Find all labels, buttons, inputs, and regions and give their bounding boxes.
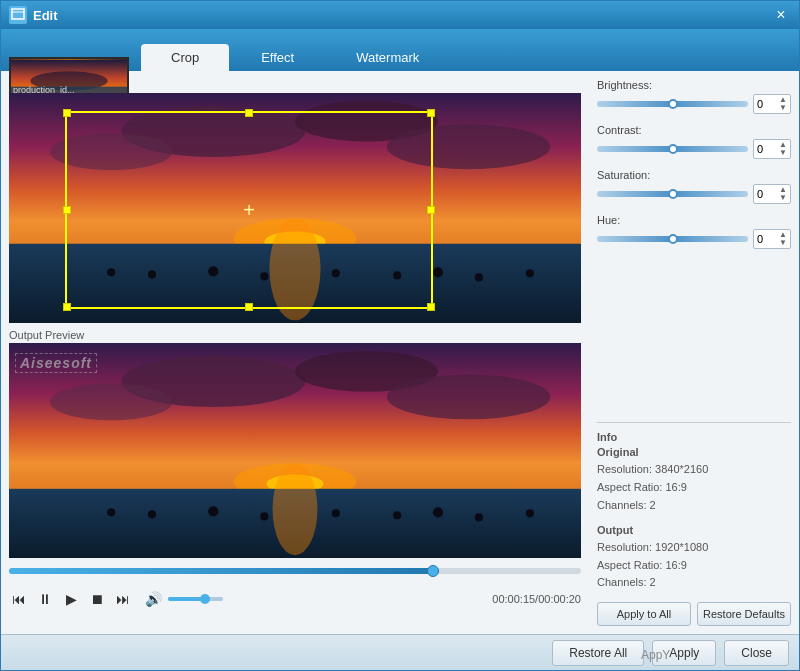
volume-fill: [168, 597, 201, 601]
crop-handle-bl[interactable]: [63, 303, 71, 311]
app-watermark: AppY: [641, 648, 670, 662]
svg-point-22: [475, 273, 483, 281]
svg-point-35: [208, 506, 218, 516]
saturation-down[interactable]: ▼: [779, 194, 787, 202]
playback-controls: ⏮ ⏸ ▶ ⏹ ⏭ 🔊 00:00:15/00:00:20: [9, 584, 581, 614]
contrast-control: Contrast: 0 ▲ ▼: [597, 124, 791, 159]
crop-handle-ml[interactable]: [63, 206, 71, 214]
output-aspect: Aspect Ratio: 16:9: [597, 557, 791, 575]
svg-point-32: [273, 463, 318, 555]
svg-point-37: [332, 509, 340, 517]
window-title: Edit: [33, 8, 58, 23]
crop-overlay[interactable]: +: [65, 111, 433, 309]
svg-point-34: [148, 510, 156, 518]
hue-slider-row: 0 ▲ ▼: [597, 229, 791, 249]
svg-point-39: [433, 507, 443, 517]
tab-crop[interactable]: Crop: [141, 44, 229, 71]
skip-back-button[interactable]: ⏮: [9, 589, 29, 609]
output-resolution: Resolution: 1920*1080: [597, 539, 791, 557]
saturation-arrows[interactable]: ▲ ▼: [779, 186, 787, 202]
brightness-thumb[interactable]: [668, 99, 678, 109]
output-channels: Channels: 2: [597, 574, 791, 592]
tab-watermark[interactable]: Watermark: [326, 44, 449, 71]
hue-down[interactable]: ▼: [779, 239, 787, 247]
window-icon: [9, 6, 27, 24]
original-preview-section: Original Preview: [9, 79, 581, 323]
hue-spinner[interactable]: 0 ▲ ▼: [753, 229, 791, 249]
info-section: Info Original Resolution: 3840*2160 Aspe…: [597, 422, 791, 626]
brightness-label: Brightness:: [597, 79, 791, 91]
thumbnail-image: production_id...: [11, 59, 127, 97]
original-preview-container: +: [9, 93, 581, 323]
original-resolution: Resolution: 3840*2160: [597, 461, 791, 479]
restore-all-button[interactable]: Restore All: [552, 640, 644, 666]
crop-handle-br[interactable]: [427, 303, 435, 311]
apply-to-all-button[interactable]: Apply to All: [597, 602, 691, 626]
saturation-spinner[interactable]: 0 ▲ ▼: [753, 184, 791, 204]
saturation-slider[interactable]: [597, 191, 748, 197]
output-info: Output Resolution: 1920*1080 Aspect Rati…: [597, 524, 791, 592]
saturation-control: Saturation: 0 ▲ ▼: [597, 169, 791, 204]
svg-point-40: [475, 513, 483, 521]
bottom-bar: AppY Restore All Apply Close: [1, 634, 799, 670]
close-button[interactable]: Close: [724, 640, 789, 666]
contrast-label: Contrast:: [597, 124, 791, 136]
svg-point-27: [50, 384, 173, 421]
contrast-arrows[interactable]: ▲ ▼: [779, 141, 787, 157]
crop-handle-bm[interactable]: [245, 303, 253, 311]
hue-slider[interactable]: [597, 236, 748, 242]
crop-handle-tm[interactable]: [245, 109, 253, 117]
info-actions: Apply to All Restore Defaults: [597, 602, 791, 626]
original-info: Original Resolution: 3840*2160 Aspect Ra…: [597, 446, 791, 514]
contrast-slider[interactable]: [597, 146, 748, 152]
title-bar-left: Edit: [9, 6, 58, 24]
original-aspect: Aspect Ratio: 16:9: [597, 479, 791, 497]
brightness-arrows[interactable]: ▲ ▼: [779, 96, 787, 112]
contrast-value: 0: [757, 143, 763, 155]
crop-crosshair: +: [243, 199, 255, 222]
brightness-spinner[interactable]: 0 ▲ ▼: [753, 94, 791, 114]
crop-handle-tr[interactable]: [427, 109, 435, 117]
saturation-value: 0: [757, 188, 763, 200]
brightness-control: Brightness: 0 ▲ ▼: [597, 79, 791, 114]
tab-effect[interactable]: Effect: [231, 44, 324, 71]
hue-arrows[interactable]: ▲ ▼: [779, 231, 787, 247]
output-preview-label: Output Preview: [9, 329, 581, 341]
contrast-slider-row: 0 ▲ ▼: [597, 139, 791, 159]
play-button[interactable]: ▶: [61, 589, 81, 609]
output-preview-container: Aiseesoft: [9, 343, 581, 558]
pause-button[interactable]: ⏸: [35, 589, 55, 609]
stop-button[interactable]: ⏹: [87, 589, 107, 609]
volume-icon: 🔊: [145, 591, 162, 607]
adjustment-controls: Brightness: 0 ▲ ▼: [597, 79, 791, 418]
original-info-title: Original: [597, 446, 791, 458]
watermark-overlay: Aiseesoft: [15, 353, 97, 373]
svg-point-38: [393, 511, 401, 519]
window-close-button[interactable]: ×: [771, 5, 791, 25]
progress-bar[interactable]: [9, 568, 581, 574]
output-info-title: Output: [597, 524, 791, 536]
volume-handle[interactable]: [200, 594, 210, 604]
contrast-spinner[interactable]: 0 ▲ ▼: [753, 139, 791, 159]
progress-handle[interactable]: [427, 565, 439, 577]
volume-slider[interactable]: [168, 597, 223, 601]
saturation-thumb[interactable]: [668, 189, 678, 199]
output-preview-section: Output Preview: [9, 329, 581, 558]
contrast-down[interactable]: ▼: [779, 149, 787, 157]
crop-handle-mr[interactable]: [427, 206, 435, 214]
progress-fill: [9, 568, 438, 574]
crop-handle-tl[interactable]: [63, 109, 71, 117]
svg-point-23: [526, 269, 534, 277]
brightness-slider[interactable]: [597, 101, 748, 107]
hue-thumb[interactable]: [668, 234, 678, 244]
svg-rect-0: [12, 9, 24, 19]
svg-point-33: [107, 508, 115, 516]
right-panel: Brightness: 0 ▲ ▼: [589, 71, 799, 634]
restore-defaults-button[interactable]: Restore Defaults: [697, 602, 791, 626]
skip-forward-button[interactable]: ⏭: [113, 589, 133, 609]
content-area: Original Preview: [1, 71, 799, 634]
edit-window: Edit ×: [0, 0, 800, 671]
brightness-down[interactable]: ▼: [779, 104, 787, 112]
contrast-thumb[interactable]: [668, 144, 678, 154]
saturation-label: Saturation:: [597, 169, 791, 181]
